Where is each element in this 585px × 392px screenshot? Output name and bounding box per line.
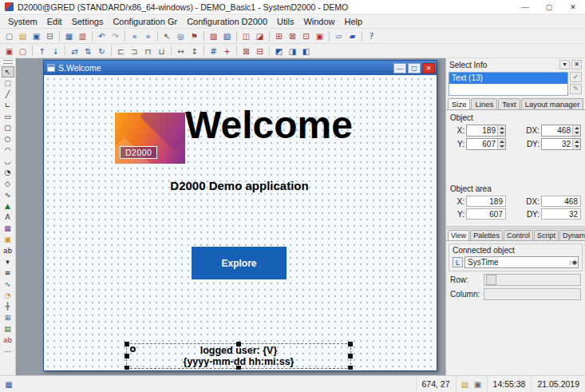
graph-tool-icon[interactable]: ∿ (2, 279, 14, 290)
tab-size[interactable]: Size (448, 98, 470, 109)
tab-dynamics[interactable]: Dynamics (559, 230, 585, 240)
selection-rotate-handle[interactable] (130, 346, 136, 352)
link-icon[interactable]: ⊠ (239, 45, 253, 57)
picture-window-titlebar[interactable]: S.Welcome — ▢ ✕ (44, 61, 437, 75)
same-width-icon[interactable]: ↔ (174, 45, 188, 57)
selection-handle[interactable] (348, 354, 353, 358)
apply-button[interactable]: ✓ (570, 72, 582, 82)
lock-icon[interactable]: ▣ (472, 378, 484, 390)
panel-close-icon[interactable]: ✕ (571, 60, 582, 69)
picture-canvas[interactable]: D2000 Welcome D2000 Demo application Exp… (45, 76, 436, 370)
window-cascade-icon[interactable]: ▱ (332, 30, 346, 42)
close-button[interactable]: ✕ (561, 0, 585, 14)
line-tool-icon[interactable]: ╱ (2, 89, 14, 100)
new-picture-icon[interactable]: ▢ (2, 30, 16, 42)
selection-list[interactable]: Text (13) (449, 72, 568, 96)
same-height-icon[interactable]: ↕ (188, 45, 201, 57)
object-list-icon[interactable]: ▥ (76, 30, 89, 42)
picture-maximize-button[interactable]: ▢ (408, 63, 421, 73)
menu-window[interactable]: Window (298, 16, 339, 27)
group-icon[interactable]: ▣ (2, 45, 16, 57)
gauge-tool-icon[interactable]: ◔ (2, 290, 14, 301)
save-icon[interactable]: ▣ (30, 30, 43, 42)
align-top-icon[interactable]: ⊓ (141, 45, 155, 57)
curve-tool-icon[interactable]: ∿ (2, 189, 14, 200)
menu-settings[interactable]: Settings (67, 16, 109, 27)
connect-object-icon[interactable]: ◫ (239, 30, 253, 42)
scheme-grid-icon[interactable]: ⊡ (299, 30, 313, 42)
document-icon[interactable]: ▤ (459, 378, 472, 390)
button-tool-icon[interactable]: ▣ (2, 234, 14, 245)
select-tool-icon[interactable]: ↖ (2, 66, 14, 77)
ellipse-tool-icon[interactable]: ○ (2, 133, 14, 145)
tab-control[interactable]: Control (504, 230, 533, 240)
selection-handle[interactable] (348, 342, 353, 346)
connected-object-input[interactable]: SysTime (464, 256, 579, 268)
entry-field-tool-icon[interactable]: ab (2, 245, 14, 256)
undo-icon[interactable]: ↶ (95, 30, 109, 42)
menu-configuration-gr[interactable]: Configuration Gr (108, 16, 182, 27)
flip-vertical-icon[interactable]: ⇅ (81, 45, 95, 57)
zoom-out-icon[interactable]: « (128, 30, 141, 42)
select-mode-icon[interactable]: ↖ (160, 30, 174, 42)
send-to-back-icon[interactable]: ↓ (49, 45, 62, 57)
selection-list-item[interactable]: Text (13) (449, 73, 567, 84)
scheme-links-icon[interactable]: ⊠ (286, 30, 299, 42)
edit-button[interactable]: ✎ (570, 84, 582, 94)
menu-edit[interactable]: Edit (42, 16, 67, 27)
chord-tool-icon[interactable]: ◡ (2, 156, 14, 167)
selection-handle[interactable] (236, 342, 241, 346)
area-select-tool-icon[interactable]: ▢ (2, 77, 14, 89)
scheme-structure-icon[interactable]: ⊞ (272, 30, 286, 42)
align-right-icon[interactable]: ⊐ (128, 45, 141, 57)
scheme-view-icon[interactable]: ▣ (313, 30, 326, 42)
minimize-button[interactable]: — (513, 0, 537, 14)
pipe-tool-icon[interactable]: ╋ (2, 301, 14, 312)
explore-button[interactable]: Explore (192, 247, 287, 279)
picture-close-button[interactable]: ✕ (422, 63, 435, 73)
align-bottom-icon[interactable]: ⊔ (155, 45, 168, 57)
spin-down-button[interactable] (573, 145, 580, 150)
menu-help[interactable]: Help (340, 16, 368, 27)
rotate-icon[interactable]: ↻ (95, 45, 109, 57)
menu-system[interactable]: System (3, 16, 42, 27)
spin-down-button[interactable] (571, 263, 578, 265)
combo-box-tool-icon[interactable]: ▾ (2, 256, 14, 267)
tab-text[interactable]: Text (498, 98, 520, 109)
pie-tool-icon[interactable]: ◔ (2, 167, 14, 178)
spin-down-button[interactable] (498, 145, 505, 150)
object-dy-input[interactable]: 32 (541, 138, 581, 150)
ungroup-icon[interactable]: ▢ (16, 45, 30, 57)
selection-handle[interactable] (125, 366, 129, 370)
picture-list-icon[interactable]: ▦ (62, 30, 76, 42)
selection-handle[interactable] (125, 342, 129, 346)
spin-down-button[interactable] (498, 131, 505, 137)
spin-down-button[interactable] (573, 131, 580, 137)
color-settings-icon[interactable]: ▧ (220, 30, 234, 42)
triangle-tool-icon[interactable]: ▲ (2, 200, 14, 212)
selection-handle[interactable] (125, 354, 129, 358)
picture-minimize-button[interactable]: — (393, 63, 406, 73)
tab-lines[interactable]: Lines (471, 98, 497, 109)
selection-handle[interactable] (236, 366, 241, 370)
bitmap-tool-icon[interactable]: ▦ (2, 223, 14, 234)
connection-list-icon[interactable]: ◪ (253, 30, 267, 42)
palette-grip-handle[interactable] (3, 60, 13, 64)
more-tools-icon[interactable]: ⋯ (2, 346, 14, 357)
rectangle-tool-icon[interactable]: ▭ (2, 111, 14, 122)
open-picture-icon[interactable]: ▤ (16, 30, 30, 42)
info-browser-icon[interactable]: ◧ (299, 45, 313, 57)
object-x-input[interactable]: 189 (466, 125, 506, 137)
menu-utils[interactable]: Utils (272, 16, 298, 27)
browser-tool-icon[interactable]: ▤ (2, 323, 14, 335)
tab-palettes[interactable]: Palettes (470, 230, 503, 240)
unlink-icon[interactable]: ⊟ (253, 45, 267, 57)
polyline-tool-icon[interactable]: ∟ (2, 100, 14, 111)
object-y-input[interactable]: 607 (466, 138, 506, 150)
menu-configuration-d2000[interactable]: Configuration D2000 (182, 16, 272, 27)
bring-to-front-icon[interactable]: ↑ (35, 45, 49, 57)
snap-icon[interactable]: + (220, 45, 234, 57)
tab-layout-manager[interactable]: Layout manager (521, 98, 584, 109)
zoom-in-icon[interactable]: » (141, 30, 155, 42)
grid-icon[interactable]: # (207, 45, 220, 57)
